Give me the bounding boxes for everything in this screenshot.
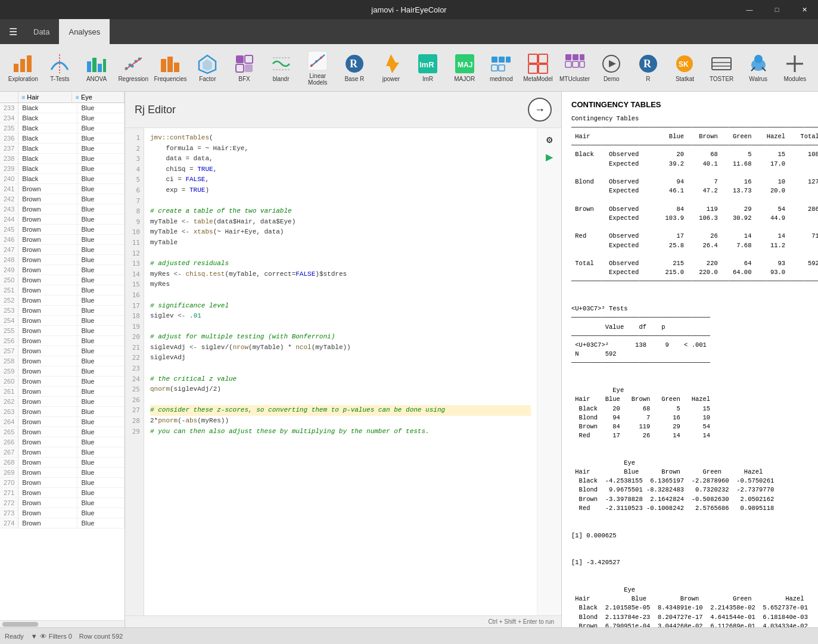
- editor-code-area[interactable]: jmv::contTables( formula = ~ Hair:Eye, d…: [144, 128, 537, 615]
- table-row[interactable]: 262 Brown Blue: [0, 397, 125, 407]
- table-row[interactable]: 243 Brown Blue: [0, 204, 125, 214]
- row-number: 247: [0, 245, 18, 255]
- table-row[interactable]: 237 Black Blue: [0, 144, 125, 154]
- toolbar-jpower[interactable]: jpower: [373, 47, 410, 89]
- data-table-scroll[interactable]: 233 Black Blue 234 Black Blue 235 Black …: [0, 103, 125, 528]
- toolbar-ttests[interactable]: T-Tests: [42, 47, 79, 89]
- table-row[interactable]: 261 Brown Blue: [0, 387, 125, 397]
- svg-rect-22: [245, 64, 253, 72]
- hair-column-header[interactable]: ≡Hair: [18, 92, 72, 103]
- line-number: 18: [129, 311, 140, 322]
- table-row[interactable]: 239 Black Blue: [0, 164, 125, 174]
- table-row[interactable]: 253 Brown Blue: [0, 306, 125, 316]
- status-rowcount: Row count 592: [79, 633, 123, 640]
- toolbar-factor[interactable]: Factor: [189, 47, 226, 89]
- tab-analyses[interactable]: Analyses: [59, 19, 110, 44]
- table-row[interactable]: 257 Brown Blue: [0, 346, 125, 356]
- table-row[interactable]: 264 Brown Blue: [0, 417, 125, 427]
- table-row[interactable]: 234 Black Blue: [0, 113, 125, 123]
- eye-cell: Blue: [77, 194, 125, 204]
- table-row[interactable]: 255 Brown Blue: [0, 326, 125, 336]
- toolbar-blandr[interactable]: blandr: [263, 47, 300, 89]
- table-row[interactable]: 274 Brown Blue: [0, 518, 125, 528]
- factor-label: Factor: [199, 76, 216, 82]
- toolbar-demo[interactable]: Demo: [593, 47, 630, 89]
- eye-cell: Blue: [77, 265, 125, 275]
- hair-cell: Brown: [18, 437, 77, 447]
- table-row[interactable]: 265 Brown Blue: [0, 427, 125, 437]
- hair-cell: Brown: [18, 336, 77, 346]
- toolbar-major[interactable]: MAJ MAJOR: [446, 47, 483, 89]
- table-row[interactable]: 259 Brown Blue: [0, 366, 125, 377]
- table-row[interactable]: 238 Black Blue: [0, 154, 125, 164]
- table-row[interactable]: 235 Black Blue: [0, 123, 125, 133]
- minimize-button[interactable]: —: [736, 0, 763, 19]
- play-button[interactable]: ▶: [542, 150, 556, 164]
- table-row[interactable]: 246 Brown Blue: [0, 235, 125, 245]
- toolbar-toster[interactable]: TOSTER: [703, 47, 740, 89]
- table-row[interactable]: 268 Brown Blue: [0, 458, 125, 468]
- table-row[interactable]: 240 Black Blue: [0, 174, 125, 184]
- table-row[interactable]: 263 Brown Blue: [0, 407, 125, 417]
- table-row[interactable]: 236 Black Blue: [0, 133, 125, 144]
- svg-text:MAJ: MAJ: [458, 61, 472, 69]
- toolbar-walrus[interactable]: Walrus: [740, 47, 777, 89]
- table-row[interactable]: 249 Brown Blue: [0, 265, 125, 275]
- table-row[interactable]: 244 Brown Blue: [0, 214, 125, 225]
- table-row[interactable]: 267 Brown Blue: [0, 447, 125, 458]
- table-row[interactable]: 270 Brown Blue: [0, 478, 125, 488]
- toolbar-metamodel[interactable]: MetaModel: [520, 47, 556, 89]
- table-row[interactable]: 248 Brown Blue: [0, 255, 125, 265]
- table-row[interactable]: 250 Brown Blue: [0, 275, 125, 285]
- toolbar-statkat[interactable]: SK Statkat: [667, 47, 704, 89]
- toolbar-frequencies[interactable]: Frequencies: [152, 47, 189, 89]
- gear-button[interactable]: ⚙: [542, 133, 556, 147]
- table-row[interactable]: 241 Brown Blue: [0, 184, 125, 194]
- toolbar-r[interactable]: R R: [630, 47, 667, 89]
- table-row[interactable]: 247 Brown Blue: [0, 245, 125, 255]
- table-row[interactable]: 260 Brown Blue: [0, 377, 125, 387]
- toolbar-exploration[interactable]: Exploration: [5, 47, 42, 89]
- toolbar-lmr[interactable]: lmR lmR: [409, 47, 446, 89]
- toolbar-mtucluster[interactable]: MTUcluster: [556, 47, 593, 89]
- editor-panel: Rj Editor → 1234567891011121314151617181…: [125, 92, 562, 627]
- lmr-icon: lmR: [417, 53, 438, 74]
- code-line: formula = ~ Hair:Eye,: [150, 144, 531, 154]
- hamburger-menu[interactable]: ☰: [2, 21, 24, 42]
- table-row[interactable]: 273 Brown Blue: [0, 508, 125, 518]
- run-button[interactable]: →: [528, 98, 552, 122]
- table-row[interactable]: 233 Black Blue: [0, 103, 125, 113]
- editor-body: 1234567891011121314151617181920212223242…: [125, 128, 561, 615]
- table-row[interactable]: 254 Brown Blue: [0, 316, 125, 326]
- code-line: 2*pnorm(-abs(myRes)): [150, 416, 531, 427]
- toolbar-anova[interactable]: ANOVA: [78, 47, 115, 89]
- status-filter[interactable]: ▼ 👁 Filters 0: [31, 633, 72, 640]
- table-row[interactable]: 271 Brown Blue: [0, 488, 125, 498]
- table-row[interactable]: 245 Brown Blue: [0, 225, 125, 235]
- editor-title: Rj Editor: [135, 104, 176, 116]
- table-row[interactable]: 269 Brown Blue: [0, 468, 125, 478]
- table-row[interactable]: 251 Brown Blue: [0, 285, 125, 295]
- eye-column-header[interactable]: ≡Eye: [72, 92, 125, 103]
- toolbar-bfx[interactable]: BFX: [226, 47, 263, 89]
- close-button[interactable]: ✕: [791, 0, 818, 19]
- table-row[interactable]: 242 Brown Blue: [0, 194, 125, 204]
- table-row[interactable]: 266 Brown Blue: [0, 437, 125, 447]
- hair-cell: Brown: [18, 417, 77, 427]
- toolbar-modules[interactable]: Modules: [777, 47, 814, 89]
- row-number: 264: [0, 417, 18, 427]
- toolbar-baser[interactable]: R Base R: [336, 47, 373, 89]
- code-line: ci = FALSE,: [150, 175, 531, 185]
- table-row[interactable]: 272 Brown Blue: [0, 498, 125, 508]
- toolbar-regression[interactable]: Regression: [115, 47, 152, 89]
- toolbar-linearmodels[interactable]: Linear Models: [299, 47, 336, 89]
- table-row[interactable]: 256 Brown Blue: [0, 336, 125, 346]
- data-horizontal-scrollbar[interactable]: [0, 620, 125, 627]
- toolbar-medmod[interactable]: medmod: [483, 47, 520, 89]
- table-row[interactable]: 258 Brown Blue: [0, 356, 125, 366]
- maximize-button[interactable]: □: [763, 0, 791, 19]
- table-row[interactable]: 252 Brown Blue: [0, 295, 125, 306]
- editor-gutter: 1234567891011121314151617181920212223242…: [125, 128, 144, 615]
- tab-data[interactable]: Data: [24, 19, 59, 44]
- hair-cell: Brown: [18, 387, 77, 397]
